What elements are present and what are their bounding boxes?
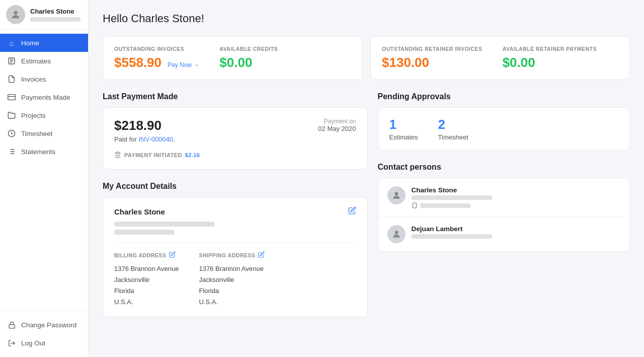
sidebar-item-payments-made[interactable]: Payments Made <box>0 88 88 106</box>
sidebar-item-home[interactable]: Home <box>0 34 88 52</box>
shipping-edit-icon[interactable] <box>258 251 265 259</box>
contact-persons-title: Contact persons <box>378 163 630 172</box>
statements-icon <box>7 147 16 156</box>
contact-phone-blur-1 <box>420 203 470 208</box>
user-email <box>30 17 80 22</box>
payment-for: Paid for INV-000040, <box>114 135 200 143</box>
svg-point-22 <box>394 192 398 195</box>
last-payment-title: Last Payment Made <box>103 92 368 101</box>
billing-address-label: BILLING ADDRESS <box>114 251 179 259</box>
invoices-icon <box>7 75 16 84</box>
pending-row: 1 Estimates 2 Timesheet <box>389 117 618 141</box>
sidebar-item-statements[interactable]: Statements <box>0 142 88 161</box>
pending-estimates-label: Estimates <box>389 133 418 141</box>
available-credits-label: AVAILABLE CREDITS <box>219 46 278 52</box>
available-credits-amount: $0.00 <box>219 55 252 70</box>
invoice-link[interactable]: INV-000040 <box>138 135 173 143</box>
pending-approvals-title: Pending Approvals <box>378 92 630 101</box>
sidebar-item-timesheet[interactable]: Timesheet <box>0 124 88 142</box>
contact-name-1: Charles Stone <box>412 186 492 194</box>
retainer-summary-card: OUTSTANDING RETAINER INVOICES $130.00 AV… <box>370 36 630 80</box>
contact-item-1: Charles Stone <box>378 178 629 217</box>
contact-persons-card: Charles Stone <box>378 178 630 252</box>
contact-avatar-2 <box>387 225 406 243</box>
contact-item-2: Dejuan Lambert <box>378 217 629 251</box>
pending-approvals-card: 1 Estimates 2 Timesheet <box>378 107 630 151</box>
pay-now-link[interactable]: Pay Now → <box>168 61 199 68</box>
payment-left: $218.90 Paid for INV-000040, PAYMENT INI… <box>114 118 200 159</box>
contact-persons-section: Contact persons Charles Stone <box>378 163 630 252</box>
svg-rect-5 <box>8 95 16 100</box>
contact-avatar-1 <box>387 186 406 204</box>
sidebar-user: Charles Stone <box>0 0 88 30</box>
sidebar-item-projects-label: Projects <box>21 112 46 119</box>
right-column: Pending Approvals 1 Estimates 2 Timeshee… <box>378 92 630 329</box>
sidebar-item-invoices[interactable]: Invoices <box>0 70 88 88</box>
sidebar-item-invoices-label: Invoices <box>21 76 46 83</box>
shipping-address-text: 1376 Brannon AvenueJacksonvilleFloridaU.… <box>199 263 265 308</box>
payment-amount: $218.90 <box>114 118 200 133</box>
svg-point-0 <box>14 11 17 15</box>
projects-icon <box>7 111 16 120</box>
billing-edit-icon[interactable] <box>169 251 176 259</box>
sidebar: Charles Stone Home Estimates Invoices Pa… <box>0 0 89 357</box>
user-name: Charles Stone <box>30 8 80 16</box>
sidebar-item-timesheet-label: Timesheet <box>21 130 53 137</box>
sidebar-nav: Home Estimates Invoices Payments Made Pr… <box>0 30 88 310</box>
contact-name-2: Dejuan Lambert <box>412 225 492 233</box>
sidebar-item-payments-label: Payments Made <box>21 94 70 101</box>
summary-cards-row: OUTSTANDING INVOICES $558.90 Pay Now → A… <box>103 36 630 80</box>
payments-icon <box>7 93 16 102</box>
pending-approvals-section: Pending Approvals 1 Estimates 2 Timeshee… <box>378 92 630 151</box>
log-out-label: Log Out <box>21 339 45 347</box>
contact-email-blur-2 <box>412 234 492 239</box>
sidebar-item-estimates[interactable]: Estimates <box>0 52 88 70</box>
outstanding-invoices-label: OUTSTANDING INVOICES <box>114 46 199 52</box>
sidebar-item-home-label: Home <box>21 39 39 47</box>
change-password-label: Change Password <box>21 321 76 329</box>
change-password-item[interactable]: Change Password <box>0 316 88 334</box>
pending-estimates-count: 1 <box>389 117 418 132</box>
shipping-address-block: SHIPPING ADDRESS 1376 Brannon AvenueJack… <box>199 251 265 308</box>
payment-initiated-amount: $2.16 <box>185 152 200 158</box>
last-payment-card: $218.90 Paid for INV-000040, PAYMENT INI… <box>103 107 368 170</box>
available-retainer-amount: $0.00 <box>503 55 535 70</box>
log-out-item[interactable]: Log Out <box>0 334 88 352</box>
account-edit-icon[interactable] <box>348 206 356 217</box>
svg-rect-14 <box>9 324 14 328</box>
contact-info-2: Dejuan Lambert <box>412 225 492 240</box>
page-greeting: Hello Charles Stone! <box>103 12 630 25</box>
account-email-blur <box>114 222 215 227</box>
billing-address-block: BILLING ADDRESS 1376 Brannon AvenueJacks… <box>114 251 179 308</box>
pending-timesheet-count: 2 <box>438 117 468 132</box>
payment-right: Payment on 02 May 2020 <box>318 118 356 132</box>
payment-on-label: Payment on <box>318 118 356 125</box>
account-phone-blur <box>114 230 175 235</box>
account-header: Charles Stone <box>114 206 356 217</box>
outstanding-retainer-block: OUTSTANDING RETAINER INVOICES $130.00 <box>382 46 482 70</box>
available-retainer-label: AVAILABLE RETAINER PAYMENTS <box>503 46 597 52</box>
outstanding-invoices-block: OUTSTANDING INVOICES $558.90 Pay Now → <box>114 46 199 70</box>
lock-icon <box>7 320 16 329</box>
payment-date: 02 May 2020 <box>318 125 356 132</box>
timesheet-icon <box>7 129 16 138</box>
account-details-section: My Account Details Charles Stone BILLI <box>103 182 368 317</box>
left-column: Last Payment Made $218.90 Paid for INV-0… <box>103 92 368 329</box>
avatar <box>6 5 25 24</box>
contact-email-blur-1 <box>412 195 492 200</box>
pending-estimates: 1 Estimates <box>389 117 418 141</box>
available-credits-block: AVAILABLE CREDITS $0.00 <box>219 46 278 70</box>
shipping-address-label: SHIPPING ADDRESS <box>199 251 265 259</box>
two-col-layout: Last Payment Made $218.90 Paid for INV-0… <box>103 92 630 329</box>
main-content: Hello Charles Stone! OUTSTANDING INVOICE… <box>89 0 644 357</box>
address-row: BILLING ADDRESS 1376 Brannon AvenueJacks… <box>114 243 356 308</box>
payment-initiated: PAYMENT INITIATED $2.16 <box>114 151 200 159</box>
sidebar-item-statements-label: Statements <box>21 148 55 156</box>
svg-point-25 <box>394 231 398 234</box>
bank-icon <box>114 151 121 159</box>
invoices-summary-card: OUTSTANDING INVOICES $558.90 Pay Now → A… <box>103 36 362 80</box>
user-info: Charles Stone <box>30 8 80 22</box>
last-payment-section: Last Payment Made $218.90 Paid for INV-0… <box>103 92 368 170</box>
home-icon <box>7 38 16 47</box>
sidebar-item-projects[interactable]: Projects <box>0 106 88 124</box>
